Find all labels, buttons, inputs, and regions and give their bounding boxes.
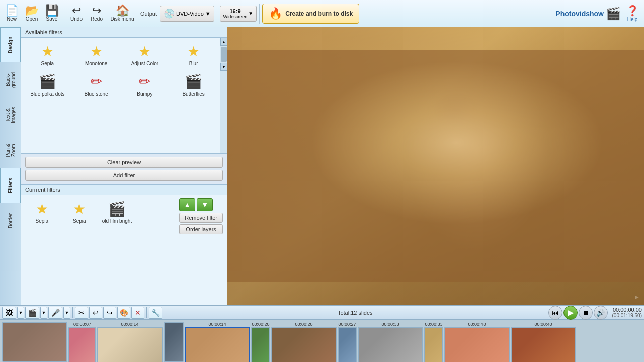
tab-pan-zoom[interactable]: Pan &Zoom <box>0 133 21 168</box>
slide-item-3[interactable]: 00:00:14 8 <box>97 322 163 362</box>
tab-background[interactable]: Back-ground <box>0 62 21 98</box>
slide-item-5[interactable]: 00:00:14 8 <box>185 322 250 362</box>
redo-tl-icon: ↪ <box>107 309 113 317</box>
rewind-button[interactable]: ⏮ <box>548 306 562 320</box>
burn-button[interactable]: 🔥 Create and burn to disk <box>262 4 359 24</box>
add-media-dropdown[interactable]: ▼ <box>40 307 47 319</box>
open-button[interactable]: 📂 Open <box>22 2 41 26</box>
help-button[interactable]: ❓ Help <box>623 2 642 26</box>
slide-thumb-3[interactable] <box>97 327 163 362</box>
scrollbar-thumb[interactable] <box>221 47 227 62</box>
stop-button[interactable]: ⏹ <box>579 306 593 320</box>
brand-name: Photovidshow <box>555 10 604 18</box>
slide-item-11[interactable]: 00:00:40 8 <box>444 322 510 362</box>
undo-icon: ↩ <box>72 5 81 16</box>
slide-item-10[interactable]: 00:00:33 8 <box>424 322 443 362</box>
slide-thumb-12[interactable] <box>511 327 576 362</box>
slide-thumb-6[interactable] <box>251 327 270 362</box>
save-icon: 💾 <box>45 5 59 16</box>
volume-button[interactable]: 🔊 <box>594 306 608 320</box>
disk-menu-icon: 🏠 <box>116 5 129 16</box>
slides-count: Total:12 slides <box>163 310 547 316</box>
scrollbar-down[interactable]: ▼ <box>220 63 227 71</box>
slide-thumb-9[interactable] <box>358 327 423 362</box>
add-slide-button[interactable]: 🖼 <box>2 307 16 319</box>
tl-sep1 <box>72 307 73 318</box>
cut-button[interactable]: ✂ <box>75 307 88 319</box>
settings-button[interactable]: 🔧 <box>149 307 162 319</box>
slide-time-12: 00:00:40 <box>534 322 552 327</box>
slide-thumb-8[interactable] <box>338 327 357 362</box>
time-current: 00:00:00.00 <box>612 307 642 313</box>
new-button[interactable]: 📄 New <box>2 2 21 26</box>
slide-thumb-11[interactable] <box>444 327 510 362</box>
filter-blue-stone[interactable]: ✏ Blue stone <box>73 71 120 99</box>
slide-time-6: 00:00:20 <box>252 322 269 327</box>
slide-item-7[interactable]: 00:00:20 8 <box>271 322 337 362</box>
disk-menu-button[interactable]: 🏠 Disk menu <box>107 2 137 26</box>
undo-tl-button[interactable]: ↩ <box>89 307 102 319</box>
add-filter-button[interactable]: Add filter <box>25 170 223 181</box>
slide-time-10: 00:00:33 <box>425 322 442 327</box>
filter-adjust-color[interactable]: ★ Adjust Color <box>122 41 169 69</box>
brand-area: Photovidshow 🎬 ❓ Help <box>555 2 642 26</box>
move-up-button[interactable]: ▲ <box>179 198 195 211</box>
save-button[interactable]: 💾 Save <box>42 2 61 26</box>
slide-thumb-10[interactable] <box>424 327 443 362</box>
tab-design[interactable]: Design <box>0 27 21 62</box>
color-button[interactable]: 🎨 <box>117 307 130 319</box>
tab-filters[interactable]: Filters <box>0 168 21 203</box>
play-button[interactable]: ▶ <box>564 306 578 320</box>
add-audio-button[interactable]: 🎤 <box>48 307 62 319</box>
add-audio-dropdown[interactable]: ▼ <box>63 307 70 319</box>
time-display: 00:00:00.00 (00:01:19.50) <box>612 307 642 318</box>
disk-menu-label: Disk menu <box>110 16 134 22</box>
delete-icon: ✕ <box>135 309 141 317</box>
aspect-button[interactable]: 16:9 Widescreen ▼ <box>220 6 257 22</box>
slide-thumb-2[interactable] <box>68 327 96 362</box>
current-sepia-1[interactable]: ★ Sepia <box>24 198 60 302</box>
slide-thumb-5[interactable] <box>185 327 250 362</box>
filter-blur[interactable]: ★ Blur <box>170 41 217 69</box>
undo-button[interactable]: ↩ Undo <box>67 2 86 26</box>
filter-panel: Available filters ★ Sepia ★ Monotone ★ A… <box>21 27 227 305</box>
filter-scrollbar[interactable]: ▲ ▼ <box>220 38 227 153</box>
scrollbar-up[interactable]: ▲ <box>220 38 227 46</box>
filter-butterflies[interactable]: 🎬 Butterflies <box>170 71 217 99</box>
output-label: Output <box>138 11 159 17</box>
slide-item-1[interactable]: 8 <box>2 322 67 362</box>
filter-sepia[interactable]: ★ Sepia <box>24 41 71 69</box>
order-layers-button[interactable]: Order layers <box>179 224 223 234</box>
blue-stone-label: Blue stone <box>84 91 108 97</box>
slide-thumb-1[interactable] <box>2 322 67 362</box>
add-slide-dropdown[interactable]: ▼ <box>17 307 24 319</box>
tab-text-images[interactable]: Text &Images <box>0 98 21 133</box>
slide-item-12[interactable]: 00:00:40 8 <box>511 322 576 362</box>
tab-border[interactable]: Border <box>0 203 21 238</box>
slide-item-6[interactable]: 00:00:20 8 <box>251 322 270 362</box>
clear-preview-button[interactable]: Clear preview <box>25 157 223 168</box>
move-down-button[interactable]: ▼ <box>197 198 213 211</box>
add-media-button[interactable]: 🎬 <box>25 307 39 319</box>
slide-thumb-7[interactable] <box>271 327 337 362</box>
available-filters-label: Available filters <box>21 27 227 38</box>
filter-blue-polka[interactable]: 🎬 Blue polka dots <box>24 71 71 99</box>
slide-time-7: 00:00:20 <box>295 322 312 327</box>
slide-item-9[interactable]: 00:00:33 8 <box>358 322 423 362</box>
redo-tl-button[interactable]: ↪ <box>103 307 116 319</box>
slide-item-4[interactable]: 8 <box>164 322 184 362</box>
slide-item-8[interactable]: 00:00:27 8 <box>338 322 357 362</box>
filter-monotone[interactable]: ★ Monotone <box>73 41 120 69</box>
delete-button[interactable]: ✕ <box>131 307 144 319</box>
filter-bumpy[interactable]: ✏ Bumpy <box>122 71 169 99</box>
slide-item-2[interactable]: 00:00:07 8 <box>68 322 96 362</box>
old-film-label: old film bright <box>102 218 132 224</box>
current-old-film[interactable]: 🎬 old film bright <box>99 198 135 302</box>
current-sepia-2[interactable]: ★ Sepia <box>62 198 98 302</box>
settings-icon: 🔧 <box>151 309 160 317</box>
slide-thumb-4[interactable] <box>164 322 184 362</box>
remove-filter-button[interactable]: Remove filter <box>179 213 223 223</box>
dvd-button[interactable]: 💿 DVD-Video ▼ <box>160 6 214 22</box>
tl-sep3 <box>610 307 610 318</box>
redo-button[interactable]: ↪ Redo <box>87 2 106 26</box>
